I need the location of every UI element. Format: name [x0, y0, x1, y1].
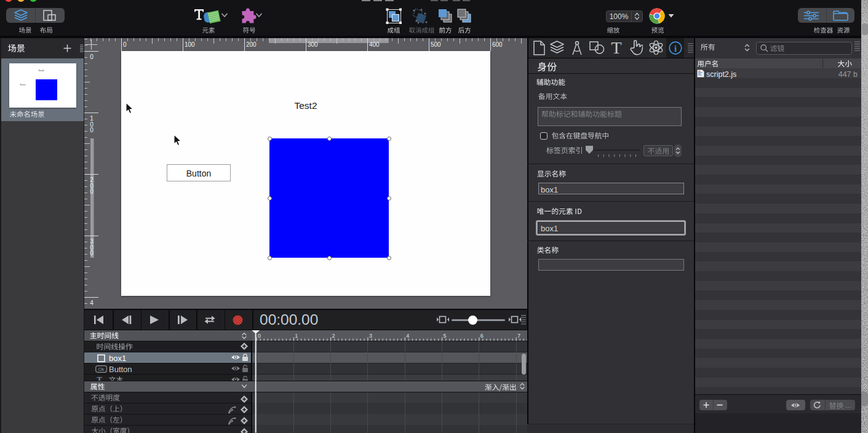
svg-text:T: T [611, 41, 621, 55]
svg-text:i: i [674, 44, 677, 54]
svg-text:Ok: Ok [98, 366, 105, 371]
